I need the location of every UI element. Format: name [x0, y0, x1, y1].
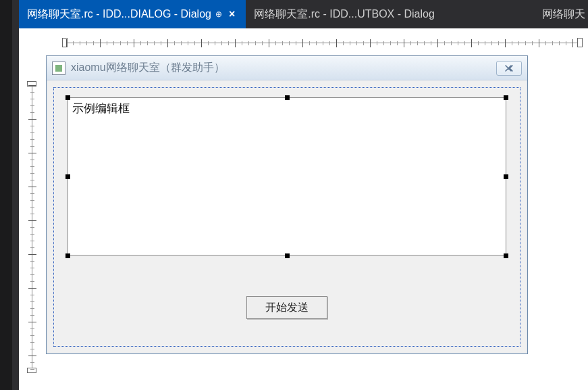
- dialog-editor-canvas[interactable]: xiaomu网络聊天室（群发助手） 示例编辑框 开始发送: [19, 28, 588, 390]
- dialog-titlebar[interactable]: xiaomu网络聊天室（群发助手）: [47, 56, 527, 80]
- tab-overflow[interactable]: 网络聊天: [534, 0, 588, 28]
- tab-label: 网络聊天室.rc - IDD...DIALOG - Dialog: [27, 7, 211, 22]
- left-dark-gutter: [0, 0, 12, 390]
- edit-control-text: 示例编辑框: [72, 102, 130, 115]
- ruler-right-marker-icon[interactable]: [577, 38, 583, 47]
- selection-handle-se[interactable]: [504, 253, 508, 258]
- close-icon: [504, 64, 514, 72]
- tab-label: 网络聊天: [542, 7, 585, 22]
- tab-dialog-inactive[interactable]: 网络聊天室.rc - IDD...UTBOX - Dialog: [246, 0, 443, 28]
- dialog-client-area[interactable]: 示例编辑框 开始发送: [53, 87, 520, 347]
- selection-handle-nw[interactable]: [65, 95, 70, 100]
- selection-handle-sw[interactable]: [65, 253, 70, 258]
- dialog-close-button[interactable]: [496, 61, 522, 76]
- selection-handle-ne[interactable]: [504, 95, 508, 100]
- dialog-title-text: xiaomu网络聊天室（群发助手）: [71, 61, 225, 75]
- tab-label: 网络聊天室.rc - IDD...UTBOX - Dialog: [254, 7, 435, 22]
- selection-handle-w[interactable]: [65, 174, 70, 179]
- pin-icon[interactable]: ⊕: [215, 9, 222, 19]
- example-edit-control[interactable]: 示例编辑框: [68, 97, 506, 255]
- dialog-app-icon: [52, 62, 65, 75]
- selection-handle-s[interactable]: [285, 253, 290, 258]
- start-send-button[interactable]: 开始发送: [246, 296, 327, 319]
- tab-close-icon[interactable]: ×: [226, 7, 238, 22]
- horizontal-ruler[interactable]: [66, 38, 579, 49]
- vertical-ruler[interactable]: [27, 85, 38, 369]
- selection-handle-e[interactable]: [504, 174, 508, 179]
- dialog-preview-frame[interactable]: xiaomu网络聊天室（群发助手） 示例编辑框 开始发送: [46, 55, 528, 354]
- document-tab-bar: 网络聊天室.rc - IDD...DIALOG - Dialog ⊕ × 网络聊…: [19, 0, 588, 28]
- tab-dialog-active[interactable]: 网络聊天室.rc - IDD...DIALOG - Dialog ⊕ ×: [19, 0, 246, 28]
- left-mid-gutter: [12, 0, 19, 390]
- selection-handle-n[interactable]: [285, 95, 290, 100]
